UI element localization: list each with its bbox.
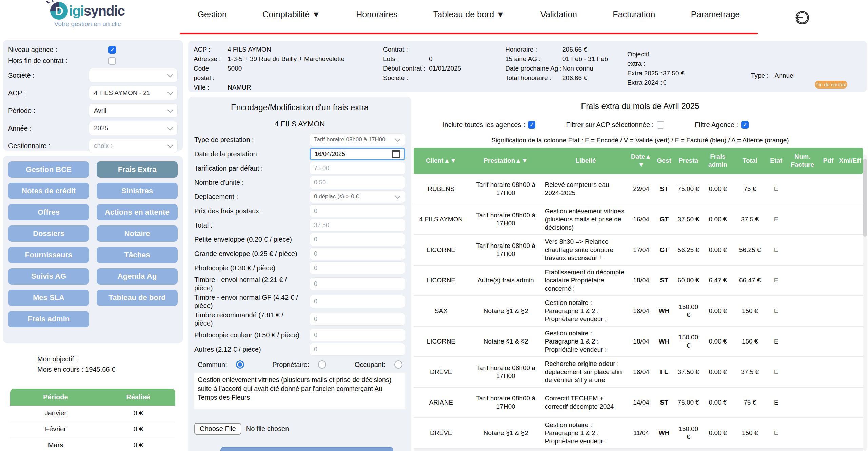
chevron-down-icon	[167, 125, 173, 131]
nav-honoraires[interactable]: Honoraires	[356, 9, 397, 19]
cell-gest: GT	[654, 246, 674, 254]
suivis-ag-button[interactable]: Suivis AG	[8, 268, 89, 285]
mes-sla-button[interactable]: Mes SLA	[8, 290, 89, 306]
cell-total: 150 €	[733, 429, 767, 437]
app-logo[interactable]: D igisyndic Votre gestion en un clic	[40, 2, 135, 28]
timbre-recommande-input[interactable]: 0	[310, 313, 405, 326]
acp-info-col4: Objectif extra : Extra 2025 :37.50 € Ext…	[627, 50, 684, 87]
table-row[interactable]: SAXNotaire §1 & §2Gestion notaire : Para…	[414, 296, 863, 327]
table-row[interactable]: ARIANETarif horaire 08h00 à 17H00Correct…	[414, 388, 863, 418]
calendar-icon[interactable]	[392, 150, 400, 158]
gestionnaire-select[interactable]: choix :	[89, 139, 178, 153]
nav-gestion[interactable]: Gestion	[198, 9, 227, 19]
filtre-agence-checkbox[interactable]	[741, 121, 749, 129]
table-row[interactable]: LICORNEAutre(s) frais adminEtablissement…	[414, 266, 863, 296]
occupant-radio[interactable]	[394, 360, 402, 369]
frais-extra-button[interactable]: Frais Extra	[97, 161, 178, 178]
nav-facturation[interactable]: Facturation	[613, 9, 655, 19]
field-label: Deplacement :	[194, 193, 303, 201]
cell-client: LICORNE	[414, 246, 469, 254]
table-row: Mars 0 €	[10, 437, 175, 451]
hors-fin-contrat-checkbox[interactable]	[108, 57, 116, 65]
date-prestation-input[interactable]: 16/04/2025	[310, 148, 405, 160]
agenda-ag-button[interactable]: Agenda Ag	[97, 268, 178, 285]
photocopie-couleur-input[interactable]: 0	[310, 329, 405, 341]
filter-label-niveau-agence: Niveau agence :	[8, 46, 57, 54]
filter-label-societe: Société :	[8, 72, 35, 79]
niveau-agence-checkbox[interactable]	[108, 46, 116, 54]
toutes-agences-checkbox[interactable]	[528, 121, 535, 129]
offres-button[interactable]: Offres	[8, 204, 89, 220]
table-row[interactable]: Tarif horaire 08h00Déblocage barrière et	[414, 449, 863, 451]
cell-presta: 60.00 €	[674, 276, 702, 285]
taches-button[interactable]: Tâches	[97, 247, 178, 263]
cell-gest: WH	[654, 429, 674, 437]
autres-input[interactable]: 0	[310, 343, 405, 356]
table-row[interactable]: LICORNETarif horaire 08h00 à 17H00Vers 8…	[414, 235, 863, 266]
description-textarea[interactable]: Gestion enlèvement vitrines (plusieurs m…	[194, 373, 405, 409]
notaire-button[interactable]: Notaire	[97, 225, 178, 242]
cell-gest: GT	[654, 215, 674, 223]
type-prestation-select[interactable]: Tarif horaire 08h00 à 17H00	[310, 133, 405, 146]
fournisseurs-button[interactable]: Fournisseurs	[8, 247, 89, 263]
col-prestation[interactable]: Prestation▲▼	[469, 157, 543, 165]
total-input[interactable]: 37.50	[310, 219, 405, 232]
table-row[interactable]: DRÈVENotaire §1 & §2Gestion notaire : Pa…	[414, 418, 863, 449]
dossiers-button[interactable]: Dossiers	[8, 225, 89, 242]
petite-enveloppe-input[interactable]: 0	[310, 233, 405, 246]
cell-presta: 75.00 €	[674, 185, 702, 193]
table-row[interactable]: LICORNENotaire §1 & §2Gestion notaire : …	[414, 327, 863, 357]
cell-etat: E	[767, 246, 786, 254]
frais-admin-button[interactable]: Frais admin	[8, 311, 89, 327]
fin-de-contrat-button[interactable]: Fin de contrat	[815, 81, 847, 89]
form-subtitle: 4 FILS AYMON	[188, 120, 411, 129]
commun-radio[interactable]	[236, 360, 244, 369]
cell-total: 75 €	[733, 185, 767, 193]
notes-de-credit-button[interactable]: Notes de crédit	[8, 183, 89, 199]
timbre-normal-gf-input[interactable]: 0	[310, 295, 405, 308]
tableau-de-bord-button[interactable]: Tableau de bord	[97, 290, 178, 306]
cell-date: 11/04	[628, 429, 654, 437]
acp-select[interactable]: 4 FILS AYMON - 21	[89, 86, 178, 100]
nav-validation[interactable]: Validation	[540, 9, 577, 19]
table-row[interactable]: DRÈVETarif horaire 08h00 à 17H00Recherch…	[414, 357, 863, 388]
gestion-bce-button[interactable]: Gestion BCE	[8, 161, 89, 178]
cell-client: ARIANE	[414, 398, 469, 407]
cell-gest: ST	[654, 276, 674, 285]
grande-enveloppe-input[interactable]: 0	[310, 247, 405, 260]
submit-button-partial[interactable]	[220, 447, 393, 451]
logout-icon[interactable]	[793, 8, 812, 27]
proprietaire-radio[interactable]	[318, 360, 326, 369]
cell-presta: 150.00 €	[674, 425, 702, 441]
acp-info-col2: Contrat : Lots :0 Début contrat :01/01/2…	[383, 45, 461, 83]
nav-comptabilite[interactable]: Comptabilité ▼	[262, 9, 320, 19]
acp-info-col3: Honoraire :206.66 € 15 aine AG :01 Feb -…	[505, 45, 608, 83]
actions-en-attente-button[interactable]: Actions en attente	[97, 204, 178, 220]
timbre-normal-input[interactable]: 0	[310, 277, 405, 290]
annee-select[interactable]: 2025	[89, 121, 178, 135]
table-row[interactable]: RUBENSTarif horaire 08h00 à 17H00Relevé …	[414, 174, 863, 204]
col-periode: Période	[10, 393, 101, 401]
acp-selectionnee-checkbox[interactable]	[657, 121, 664, 129]
frais-postaux-input[interactable]: 0	[310, 204, 405, 217]
menu-panel: Gestion BCE Frais Extra Notes de crédit …	[3, 156, 183, 343]
nombre-unite-input[interactable]: 0.50	[310, 176, 405, 189]
table-scrollbar-thumb[interactable]	[863, 159, 867, 237]
periode-select[interactable]: Avril	[89, 103, 178, 118]
cell-presta: 56.25 €	[674, 246, 702, 254]
cell-total: 150 €	[733, 307, 767, 315]
sinistres-button[interactable]: Sinistres	[97, 183, 178, 199]
col-date[interactable]: Date▲▼	[628, 153, 654, 169]
col-client[interactable]: Client▲▼	[414, 157, 469, 165]
photocopie-input[interactable]: 0	[310, 261, 405, 274]
acp-info-col1: ACP :4 FILS AYMON Adresse :1-3-5 + 39 Ru…	[194, 45, 344, 92]
nav-parametrage[interactable]: Parametrage	[691, 9, 740, 19]
field-label: Total :	[194, 221, 303, 229]
col-gest: Gest	[654, 157, 674, 165]
choose-file-button[interactable]: Choose File	[194, 423, 241, 435]
nav-tableau-de-bord[interactable]: Tableau de bord ▼	[433, 9, 505, 19]
tarification-input[interactable]: 75.00	[310, 162, 405, 175]
table-row[interactable]: 4 FILS AYMONTarif horaire 08h00 à 17H00G…	[414, 204, 863, 235]
societe-select[interactable]	[89, 68, 178, 82]
deplacement-select[interactable]: 0 déplac.(s)-> 0 €	[310, 190, 405, 203]
